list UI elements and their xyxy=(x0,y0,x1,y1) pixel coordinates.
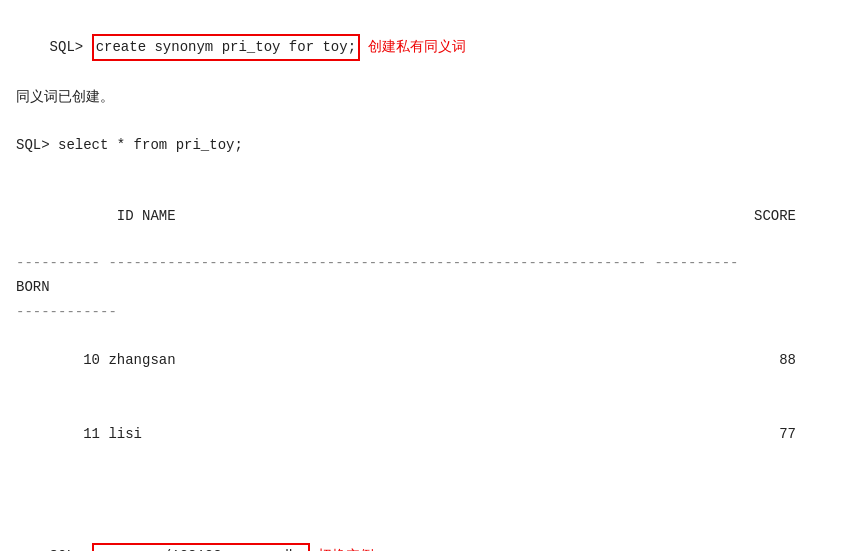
main-content: SQL> create synonym pri_toy for toy;创建私有… xyxy=(16,12,836,551)
annotation-create-synonym: 创建私有同义词 xyxy=(368,38,466,54)
row1-score: 88 xyxy=(779,349,796,371)
conn-sys-cmd: conn sys/123123 as sysdba xyxy=(92,543,310,551)
line-conn-sys: SQL> conn sys/123123 as sysdba切换实例 xyxy=(16,520,836,551)
blank-line-2 xyxy=(16,158,836,180)
blank-line-5 xyxy=(16,398,836,420)
blank-line-4 xyxy=(16,374,836,396)
row2-id-name: 11 lisi xyxy=(16,426,142,442)
blank-line-7 xyxy=(16,471,836,493)
blank-line-3 xyxy=(16,325,836,347)
create-synonym-cmd: create synonym pri_toy for toy; xyxy=(92,34,360,60)
separator-line-2: ------------ xyxy=(16,301,836,323)
header-score: SCORE xyxy=(754,205,796,227)
blank-line-6 xyxy=(16,447,836,469)
row2-score: 77 xyxy=(779,423,796,445)
line-select-pritoy: SQL> select * from pri_toy; xyxy=(16,134,836,156)
blank-line-1 xyxy=(16,110,836,132)
blank-line-8 xyxy=(16,496,836,518)
table-row-1: 10 zhangsan 88 xyxy=(16,349,836,371)
table-row-2: 11 lisi 77 xyxy=(16,423,836,445)
row1-id-name: 10 zhangsan xyxy=(16,352,176,368)
sql-prompt-3: SQL> xyxy=(50,548,92,551)
synonym-created-msg: 同义词已创建。 xyxy=(16,85,836,107)
separator-line-1: ---------- -----------------------------… xyxy=(16,252,836,274)
line-create-synonym: SQL> create synonym pri_toy for toy;创建私有… xyxy=(16,12,836,83)
born-header: BORN xyxy=(16,276,836,298)
annotation-switch-instance: 切换实例 xyxy=(318,547,374,551)
table-header: ID NAMESCORE xyxy=(16,183,836,250)
sql-prompt-1: SQL> xyxy=(50,39,92,55)
header-id-name: ID NAME xyxy=(50,208,176,224)
